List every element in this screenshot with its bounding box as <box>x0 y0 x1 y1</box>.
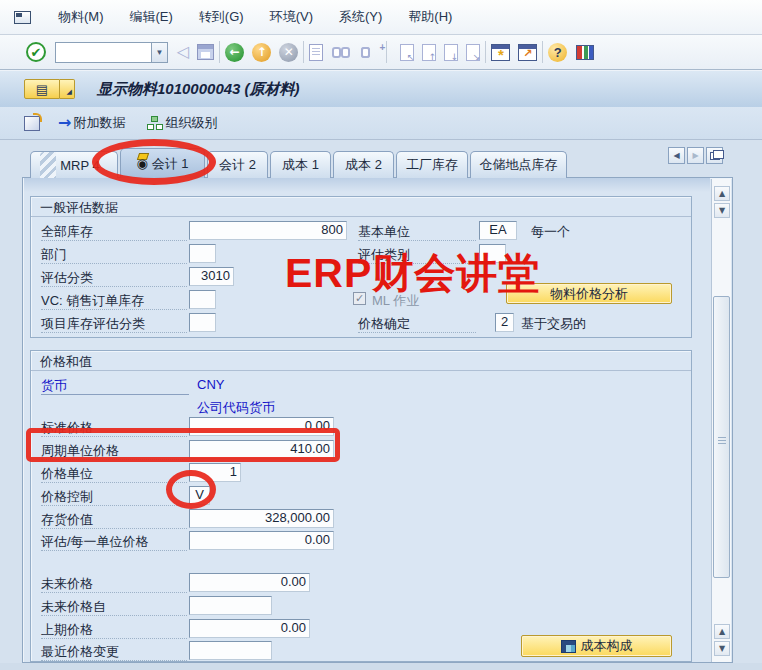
vc-sales-order-stock-field[interactable] <box>189 290 216 309</box>
price-determination-label: 价格确定 <box>358 315 476 333</box>
menu-item-help[interactable]: 帮助(H) <box>395 5 465 29</box>
back-button[interactable]: ← <box>225 43 244 62</box>
create-shortcut-icon[interactable]: ↗ <box>518 44 537 61</box>
tab-storage-location-stock[interactable]: 仓储地点库存 <box>470 151 567 178</box>
save-icon[interactable] <box>197 44 214 60</box>
last-price-change-field[interactable] <box>189 641 272 660</box>
page-title: 显示物料1010000043 (原材料) <box>97 80 300 99</box>
button-label: 成本构成 <box>581 637 633 655</box>
tab-accounting1[interactable]: ◉ 会计 1 <box>120 148 205 178</box>
value-per-unit-label: 评估/每一单位价格 <box>41 533 187 551</box>
scroll-up-button-bottom[interactable]: ▲ <box>714 624 730 639</box>
previous-price-label: 上期价格 <box>41 621 187 639</box>
command-field-wrap: ▼ <box>55 42 168 63</box>
base-unit-field[interactable]: EA <box>479 221 517 240</box>
tab-accounting2[interactable]: 会计 2 <box>207 151 268 178</box>
previous-price-field[interactable]: 0.00 <box>189 619 310 638</box>
cost-components-button[interactable]: 成本构成 <box>521 635 672 657</box>
enter-button[interactable]: ✔ <box>26 42 46 62</box>
currency-label: 货币 <box>41 377 189 395</box>
tab-mrp4[interactable]: MRP 4 <box>30 151 118 178</box>
command-input[interactable] <box>55 42 151 63</box>
tab-plant-stock[interactable]: 工厂库存 <box>396 151 468 178</box>
value-per-unit-field[interactable]: 0.00 <box>189 531 334 550</box>
valuation-class-field[interactable]: 3010 <box>189 267 234 286</box>
tab-scroll-left-button[interactable]: ◀ <box>668 147 685 164</box>
window-bottom-strip <box>0 663 762 670</box>
vertical-scrollbar[interactable]: ▲ ▼ ▲ ▼ <box>711 179 731 662</box>
find-icon[interactable] <box>332 46 352 59</box>
tab-costing2[interactable]: 成本 2 <box>333 151 394 178</box>
down-arrow-icon: ▼ <box>719 644 725 653</box>
display-change-toggle-icon[interactable] <box>24 116 40 131</box>
scroll-up-button[interactable]: ▲ <box>714 186 730 201</box>
next-page-icon[interactable]: ↓ <box>444 44 458 61</box>
previous-page-icon[interactable]: ↑ <box>422 44 436 61</box>
screen-menu-button[interactable]: ▤ ◢ <box>24 79 75 99</box>
back-arrow-icon: ← <box>230 45 240 59</box>
command-dropdown-button[interactable]: ▼ <box>151 42 168 63</box>
standard-price-label: 标准价格 <box>41 419 187 437</box>
total-stock-field[interactable]: 800 <box>189 221 347 240</box>
standard-price-field[interactable]: 0.00 <box>189 417 334 436</box>
right-arrow-icon: ▶ <box>692 151 698 160</box>
check-icon: ✔ <box>31 45 42 60</box>
group-prices-values: 价格和值 货币 CNY 公司代码货币 标准价格 0.00 周期单位价格 410.… <box>30 350 692 662</box>
menu-bar: 物料(M) 编辑(E) 转到(G) 环境(V) 系统(Y) 帮助(H) <box>0 0 762 35</box>
future-price-from-field[interactable] <box>189 596 272 615</box>
menu-item-goto[interactable]: 转到(G) <box>186 5 257 29</box>
menu-item-environment[interactable]: 环境(V) <box>257 5 326 29</box>
customize-layout-icon[interactable] <box>576 45 594 60</box>
help-icon[interactable]: ? <box>548 43 567 62</box>
toolbar-separator <box>386 41 387 63</box>
base-unit-label: 基本单位 <box>358 223 476 241</box>
menu-item-edit[interactable]: 编辑(E) <box>117 5 186 29</box>
org-levels-icon <box>147 116 163 131</box>
toolbar-separator <box>303 41 304 63</box>
price-unit-field[interactable]: 1 <box>189 463 241 482</box>
price-control-field[interactable]: V <box>189 486 210 505</box>
exit-arrow-icon: ↑ <box>257 45 267 59</box>
last-page-icon[interactable]: ↘ <box>466 44 480 61</box>
menu-item-system[interactable]: 系统(Y) <box>326 5 395 29</box>
last-price-change-label: 最近价格变更 <box>41 643 187 661</box>
print-icon[interactable] <box>309 44 323 61</box>
new-session-icon[interactable]: * <box>491 44 510 61</box>
cancel-button[interactable]: ✕ <box>279 43 298 62</box>
tab-costing1[interactable]: 成本 1 <box>270 151 331 178</box>
scroll-down-button[interactable]: ▼ <box>714 203 730 218</box>
future-price-label: 未来价格 <box>41 575 187 593</box>
chevron-down-icon: ▼ <box>156 48 164 57</box>
menu-item-material[interactable]: 物料(M) <box>45 5 117 29</box>
additional-data-button[interactable]: 附加数据 <box>73 114 125 132</box>
price-determination-field[interactable]: 2 <box>495 313 514 332</box>
exit-button[interactable]: ↑ <box>252 43 271 62</box>
tab-fullscreen-button[interactable] <box>706 147 723 164</box>
question-mark: ? <box>554 45 562 60</box>
scrollbar-thumb[interactable] <box>713 296 730 578</box>
tab-scroll-right-button[interactable]: ▶ <box>687 147 704 164</box>
tab-overflow-hatch <box>40 152 56 178</box>
scroll-down-button-bottom[interactable]: ▼ <box>714 641 730 656</box>
plus-icon: + <box>379 42 385 53</box>
back-triangle-icon[interactable]: ◁ <box>177 44 189 60</box>
vc-sales-order-stock-label: VC: 销售订单库存 <box>41 292 187 310</box>
tab-label: 仓储地点库存 <box>480 156 558 174</box>
future-price-field[interactable]: 0.00 <box>189 573 310 592</box>
price-determination-text: 基于交易的 <box>521 315 586 333</box>
org-levels-button[interactable]: 组织级别 <box>165 114 217 132</box>
standard-toolbar: ✔ ▼ ◁ ← ↑ ✕ + ↖ ↑ ↓ ↘ * ↗ ? <box>0 35 762 70</box>
tab-label: 工厂库存 <box>406 156 458 174</box>
periodic-unit-price-field[interactable]: 410.00 <box>189 440 334 459</box>
project-stock-val-class-field[interactable] <box>189 313 216 332</box>
page-up-arrow: ↑ <box>429 52 437 62</box>
first-page-icon[interactable]: ↖ <box>400 44 414 61</box>
table-icon <box>561 640 576 653</box>
division-field[interactable] <box>189 244 216 263</box>
find-next-icon[interactable]: + <box>361 46 381 59</box>
tab-label: MRP 4 <box>60 158 100 173</box>
price-unit-label: 价格单位 <box>41 465 187 483</box>
inventory-value-field[interactable]: 328,000.00 <box>189 509 334 528</box>
toolbar-separator <box>542 41 543 63</box>
window-menu-icon[interactable] <box>14 11 31 24</box>
